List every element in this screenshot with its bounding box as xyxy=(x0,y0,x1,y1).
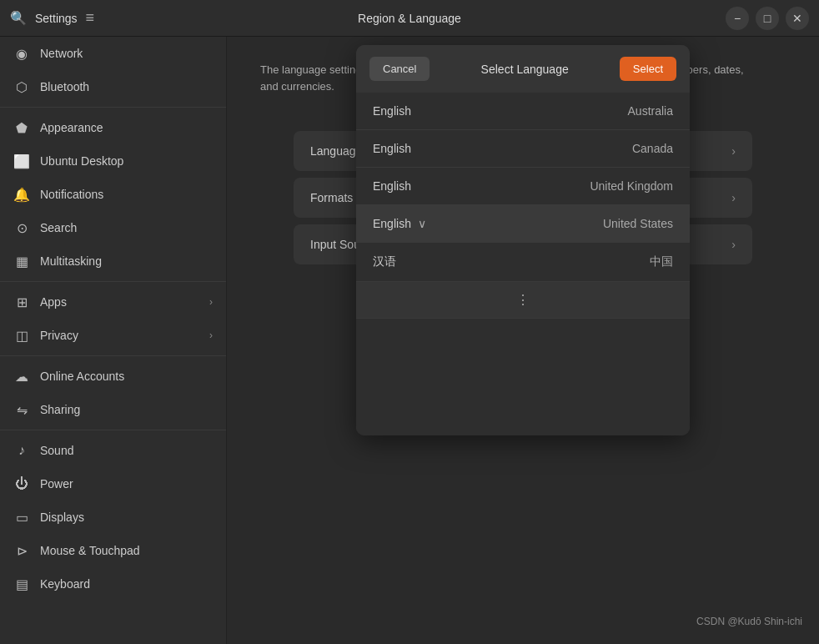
sidebar-item-notifications[interactable]: 🔔Notifications xyxy=(0,178,226,211)
network-icon: ◉ xyxy=(13,45,30,62)
language-name: English xyxy=(373,142,411,155)
sidebar-item-appearance[interactable]: ⬟Appearance xyxy=(0,111,226,144)
empty-space xyxy=(356,319,690,435)
language-list: EnglishAustraliaEnglishCanadaEnglishUnit… xyxy=(356,93,690,282)
sidebar-item-label-power: Power xyxy=(40,477,73,491)
sidebar-item-power[interactable]: ⏻Power xyxy=(0,467,226,501)
language-item-2[interactable]: EnglishUnited Kingdom xyxy=(356,168,690,205)
language-region: United Kingdom xyxy=(590,179,673,193)
multitasking-icon: ▦ xyxy=(13,253,30,269)
sidebar-item-label-apps: Apps xyxy=(40,295,67,309)
sidebar-item-online-accounts[interactable]: ☁Online Accounts xyxy=(0,360,226,393)
dialog-overlay: Cancel Select Language Select EnglishAus… xyxy=(227,37,819,644)
notifications-icon: 🔔 xyxy=(13,186,30,203)
language-name: 汉语 xyxy=(373,254,396,269)
language-text: English xyxy=(373,217,411,230)
chevron-right-icon: › xyxy=(209,330,213,341)
language-text: English xyxy=(373,142,411,155)
main-content: The language setting is used for interfa… xyxy=(227,37,819,644)
ubuntu-desktop-icon: ⬜ xyxy=(13,153,30,169)
sidebar-item-sharing[interactable]: ⇋Sharing xyxy=(0,393,226,426)
sidebar-item-label-displays: Displays xyxy=(40,511,84,524)
sidebar-item-apps[interactable]: ⊞Apps› xyxy=(0,285,226,319)
power-icon: ⏻ xyxy=(13,475,30,492)
app-title: Settings xyxy=(35,12,78,25)
select-language-dialog: Cancel Select Language Select EnglishAus… xyxy=(356,45,690,435)
menu-icon[interactable]: ≡ xyxy=(86,9,95,27)
sidebar-item-label-keyboard: Keyboard xyxy=(40,577,90,591)
language-region: 中国 xyxy=(650,254,673,269)
sidebar-item-keyboard[interactable]: ▤Keyboard xyxy=(0,567,226,601)
checkmark-icon: ∨ xyxy=(418,217,426,230)
more-dots-icon: ⋮ xyxy=(516,292,530,308)
language-name: English xyxy=(373,104,411,118)
language-text: English xyxy=(373,179,411,193)
sidebar-item-displays[interactable]: ▭Displays xyxy=(0,501,226,534)
sidebar-separator xyxy=(0,281,226,282)
sound-icon: ♪ xyxy=(13,442,30,459)
sidebar-item-label-sound: Sound xyxy=(40,444,73,457)
titlebar-left: 🔍 Settings ≡ xyxy=(10,9,94,27)
sidebar-item-search[interactable]: ⊙Search xyxy=(0,211,226,244)
sidebar-item-sound[interactable]: ♪Sound xyxy=(0,434,226,467)
sidebar-item-label-multitasking: Multitasking xyxy=(40,254,102,268)
app-body: ◉Network⬡Bluetooth⬟Appearance⬜Ubuntu Des… xyxy=(0,37,819,644)
minimize-button[interactable]: − xyxy=(726,7,749,30)
sidebar-separator xyxy=(0,355,226,356)
language-item-4[interactable]: 汉语中国 xyxy=(356,243,690,282)
language-name: English xyxy=(373,179,411,193)
language-name: English ∨ xyxy=(373,217,426,230)
watermark: CSDN @Kudō Shin-ichi xyxy=(696,616,802,627)
sidebar-item-label-mouse-touchpad: Mouse & Touchpad xyxy=(40,544,140,557)
mouse-touchpad-icon: ⊳ xyxy=(13,542,30,559)
sidebar-item-label-sharing: Sharing xyxy=(40,403,80,416)
search-icon[interactable]: 🔍 xyxy=(10,10,27,26)
sidebar-item-label-ubuntu-desktop: Ubuntu Desktop xyxy=(40,154,123,168)
privacy-icon: ◫ xyxy=(13,327,30,344)
online-accounts-icon: ☁ xyxy=(13,368,30,385)
sidebar-item-privacy[interactable]: ◫Privacy› xyxy=(0,319,226,352)
titlebar: 🔍 Settings ≡ Region & Language − □ ✕ xyxy=(0,0,819,37)
maximize-button[interactable]: □ xyxy=(756,7,779,30)
sidebar-item-label-online-accounts: Online Accounts xyxy=(40,370,124,383)
language-item-0[interactable]: EnglishAustralia xyxy=(356,93,690,130)
language-item-1[interactable]: EnglishCanada xyxy=(356,130,690,168)
language-region: United States xyxy=(603,217,673,230)
window-title: Region & Language xyxy=(358,12,461,25)
language-text: 汉语 xyxy=(373,254,396,269)
sidebar-item-label-bluetooth: Bluetooth xyxy=(40,80,89,93)
dialog-title: Select Language xyxy=(436,63,612,76)
sidebar-item-label-network: Network xyxy=(40,47,83,60)
select-button[interactable]: Select xyxy=(620,57,676,81)
more-options-button[interactable]: ⋮ xyxy=(356,282,690,319)
sidebar-item-mouse-touchpad[interactable]: ⊳Mouse & Touchpad xyxy=(0,534,226,567)
keyboard-icon: ▤ xyxy=(13,576,30,592)
sidebar: ◉Network⬡Bluetooth⬟Appearance⬜Ubuntu Des… xyxy=(0,37,227,644)
appearance-icon: ⬟ xyxy=(13,119,30,136)
language-item-3[interactable]: English ∨United States xyxy=(356,205,690,243)
sidebar-item-network[interactable]: ◉Network xyxy=(0,37,226,70)
sidebar-item-label-privacy: Privacy xyxy=(40,329,78,342)
language-region: Canada xyxy=(632,142,673,155)
dialog-header: Cancel Select Language Select xyxy=(356,45,690,93)
window-controls: − □ ✕ xyxy=(726,7,809,30)
sidebar-item-ubuntu-desktop[interactable]: ⬜Ubuntu Desktop xyxy=(0,144,226,178)
chevron-right-icon: › xyxy=(209,296,213,308)
cancel-button[interactable]: Cancel xyxy=(369,57,430,81)
close-button[interactable]: ✕ xyxy=(786,7,809,30)
sidebar-separator xyxy=(0,107,226,108)
apps-icon: ⊞ xyxy=(13,294,30,310)
sharing-icon: ⇋ xyxy=(13,401,30,418)
language-text: English xyxy=(373,104,411,118)
sidebar-item-label-search: Search xyxy=(40,221,77,234)
sidebar-separator xyxy=(0,430,226,430)
sidebar-item-label-notifications: Notifications xyxy=(40,188,103,201)
displays-icon: ▭ xyxy=(13,509,30,526)
search-icon: ⊙ xyxy=(13,219,30,236)
sidebar-item-label-appearance: Appearance xyxy=(40,121,103,134)
language-region: Australia xyxy=(628,104,673,118)
sidebar-item-multitasking[interactable]: ▦Multitasking xyxy=(0,244,226,278)
sidebar-item-bluetooth[interactable]: ⬡Bluetooth xyxy=(0,70,226,103)
bluetooth-icon: ⬡ xyxy=(13,78,30,95)
